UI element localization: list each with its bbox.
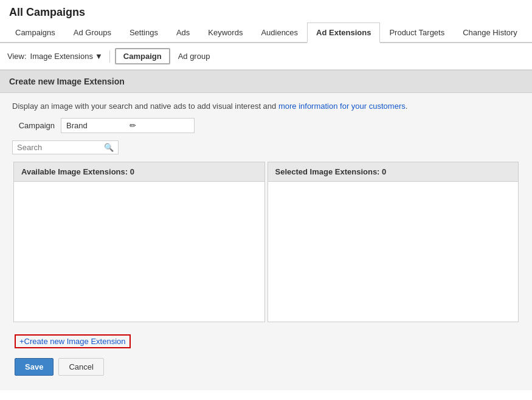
tab-campaigns[interactable]: Campaigns	[6, 22, 64, 43]
view-dropdown[interactable]: Image Extensions ▼	[30, 52, 105, 61]
search-icon: 🔍	[104, 143, 114, 152]
cancel-button[interactable]: Cancel	[58, 358, 103, 376]
description-part1: Display an image with your search and na…	[12, 102, 278, 111]
view-label: View:	[7, 52, 27, 61]
description-link[interactable]: more information for your customers	[278, 102, 406, 111]
create-new-link[interactable]: +Create new Image Extension	[15, 334, 131, 348]
tab-ads[interactable]: Ads	[167, 22, 199, 43]
edit-icon[interactable]: ✏	[130, 121, 189, 130]
tab-dimensions[interactable]: Dimensions	[527, 22, 532, 43]
tab-audiences[interactable]: Audiences	[252, 22, 307, 43]
tab-ad-extensions[interactable]: Ad Extensions	[307, 22, 380, 43]
tab-settings[interactable]: Settings	[120, 22, 167, 43]
save-button[interactable]: Save	[15, 358, 54, 376]
section-header: Create new Image Extension	[0, 70, 532, 93]
main-content: Create new Image Extension Display an im…	[0, 70, 532, 390]
selected-panel-header: Selected Image Extensions: 0	[268, 162, 519, 182]
view-campaign-button[interactable]: Campaign	[115, 48, 170, 64]
available-panel-header: Available Image Extensions: 0	[14, 162, 264, 182]
tab-ad-groups[interactable]: Ad Groups	[64, 22, 120, 43]
search-wrap[interactable]: 🔍	[12, 140, 119, 154]
view-sep	[109, 50, 110, 63]
view-dropdown-label: Image Extensions	[30, 52, 93, 61]
view-adgroup-button[interactable]: Ad group	[170, 49, 218, 64]
create-link-wrap: +Create new Image Extension	[12, 329, 520, 354]
campaign-input-wrap: Brand ✏	[61, 118, 195, 133]
available-panel: Available Image Extensions: 0	[13, 162, 265, 322]
tab-nav: Campaigns Ad Groups Settings Ads Keyword…	[0, 22, 532, 43]
description-text: Display an image with your search and na…	[12, 102, 520, 111]
tab-product-targets[interactable]: Product Targets	[380, 22, 454, 43]
campaign-label: Campaign	[12, 121, 55, 130]
action-buttons: Save Cancel	[12, 354, 520, 382]
selected-panel-body	[268, 182, 519, 322]
form-area: Display an image with your search and na…	[0, 93, 532, 390]
available-panel-body	[14, 182, 264, 322]
panels-wrap: Available Image Extensions: 0 Selected I…	[12, 162, 520, 329]
campaign-value: Brand	[66, 121, 126, 130]
page-title: All Campaigns	[0, 0, 532, 22]
tab-change-history[interactable]: Change History	[454, 22, 527, 43]
view-bar: View: Image Extensions ▼ Campaign Ad gro…	[0, 43, 532, 70]
chevron-down-icon: ▼	[95, 52, 103, 61]
tab-keywords[interactable]: Keywords	[199, 22, 252, 43]
campaign-row: Campaign Brand ✏	[12, 118, 520, 133]
selected-panel: Selected Image Extensions: 0	[268, 162, 519, 322]
search-input[interactable]	[17, 143, 102, 152]
